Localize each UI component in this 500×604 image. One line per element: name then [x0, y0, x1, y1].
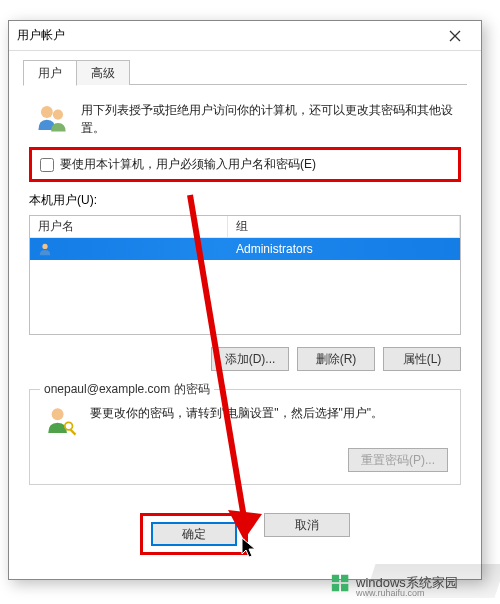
require-login-label[interactable]: 要使用本计算机，用户必须输入用户名和密码(E): [60, 156, 316, 173]
column-group[interactable]: 组: [228, 216, 460, 237]
reset-password-button[interactable]: 重置密码(P)...: [348, 448, 448, 472]
ok-highlight: 确定: [140, 513, 248, 555]
local-users-label: 本机用户(U):: [29, 192, 461, 209]
properties-button[interactable]: 属性(L): [383, 347, 461, 371]
mouse-cursor-icon: [241, 537, 259, 561]
require-login-highlight: 要使用本计算机，用户必须输入用户名和密码(E): [29, 147, 461, 182]
users-list-header: 用户名 组: [30, 216, 460, 238]
row-group: Administrators: [228, 242, 460, 256]
watermark-sub: www.ruhaifu.com: [356, 588, 425, 598]
tab-users[interactable]: 用户: [23, 60, 77, 86]
dialog-client: 用户 高级 用下列表授予或拒绝用户访问你的计算机，还可以更改其密码和其他设置。: [9, 51, 481, 567]
svg-rect-9: [332, 584, 339, 591]
svg-point-0: [41, 106, 53, 118]
column-username[interactable]: 用户名: [30, 216, 228, 237]
ok-button[interactable]: 确定: [151, 522, 237, 546]
user-action-buttons: 添加(D)... 删除(R) 属性(L): [29, 347, 461, 371]
windows-logo-icon: [330, 572, 352, 594]
close-icon: [449, 30, 461, 42]
users-list[interactable]: 用户名 组 Administrators: [29, 215, 461, 335]
tab-advanced[interactable]: 高级: [76, 60, 130, 85]
intro-text: 用下列表授予或拒绝用户访问你的计算机，还可以更改其密码和其他设置。: [81, 101, 457, 137]
users-list-row-selected[interactable]: Administrators: [30, 238, 460, 260]
intro-row: 用下列表授予或拒绝用户访问你的计算机，还可以更改其密码和其他设置。: [29, 95, 461, 147]
svg-rect-7: [332, 575, 339, 582]
password-groupbox: onepaul@example.com 的密码 要更改你的密码，请转到"电脑设置…: [29, 389, 461, 485]
close-button[interactable]: [437, 22, 473, 50]
users-tab-page: 用下列表授予或拒绝用户访问你的计算机，还可以更改其密码和其他设置。 要使用本计算…: [23, 85, 467, 555]
user-key-icon: [44, 404, 78, 438]
svg-point-2: [42, 244, 47, 249]
user-accounts-dialog: 用户帐户 用户 高级 用下列表授予或拒: [8, 20, 482, 580]
titlebar[interactable]: 用户帐户: [9, 21, 481, 51]
remove-user-button[interactable]: 删除(R): [297, 347, 375, 371]
svg-rect-10: [341, 584, 348, 591]
cancel-button[interactable]: 取消: [264, 513, 350, 537]
require-login-checkbox[interactable]: [40, 158, 54, 172]
tabstrip: 用户 高级: [23, 59, 467, 85]
users-group-icon: [35, 101, 69, 135]
svg-point-1: [53, 110, 63, 120]
svg-point-3: [52, 408, 64, 420]
add-user-button[interactable]: 添加(D)...: [211, 347, 289, 371]
password-group-title: onepaul@example.com 的密码: [40, 381, 214, 398]
svg-point-4: [65, 422, 73, 430]
dialog-title: 用户帐户: [17, 27, 65, 44]
password-text: 要更改你的密码，请转到"电脑设置"，然后选择"用户"。: [90, 404, 448, 422]
user-icon: [38, 242, 52, 256]
svg-rect-8: [341, 575, 348, 582]
